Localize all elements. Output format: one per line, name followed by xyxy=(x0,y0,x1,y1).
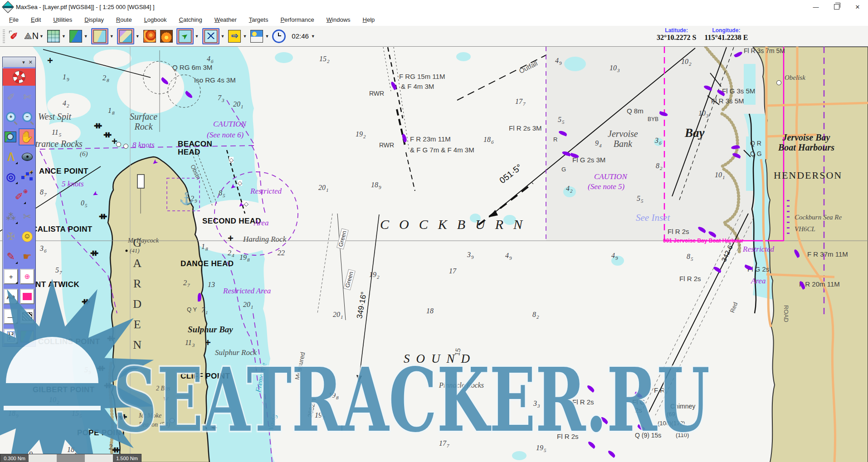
menu-windows[interactable]: Windows xyxy=(327,16,351,23)
menu-display[interactable]: Display xyxy=(84,16,104,23)
text-style-button[interactable]: Aa xyxy=(4,289,18,304)
polygon-tool-icon[interactable]: ⁂ xyxy=(4,209,18,224)
palette-title-bar: ▾ ✕ xyxy=(3,57,35,67)
weather-icon-art xyxy=(250,30,263,43)
route-icon-art xyxy=(205,30,217,43)
menu-targets[interactable]: Targets xyxy=(249,16,268,23)
scale-max-label: 1.500 Nm xyxy=(116,456,138,461)
menu-utilities[interactable]: Utilities xyxy=(53,16,72,23)
menu-file[interactable]: File xyxy=(9,16,19,23)
time-value: 02:46 xyxy=(292,32,309,40)
pen-disabled-icon[interactable]: ✐ xyxy=(4,89,18,105)
eraser-disabled-icon[interactable]: ✄ xyxy=(20,89,34,105)
grid-icon-art xyxy=(47,30,60,43)
menu-performance[interactable]: Performance xyxy=(280,16,314,23)
menu-route[interactable]: Route xyxy=(116,16,132,23)
range-rings-icon[interactable]: ◎ xyxy=(4,169,18,185)
orientation-north-icon-dropdown[interactable]: ▼ xyxy=(39,34,44,39)
minimap-icon[interactable] xyxy=(20,329,34,344)
chart-overview-icon[interactable] xyxy=(3,129,18,145)
orientation-north-icon[interactable]: ⟁N▼ xyxy=(24,29,44,43)
minimize-button[interactable]: — xyxy=(805,0,826,14)
scale-min-label: 0.300 Nm xyxy=(4,456,25,461)
menu-logbook[interactable]: Logbook xyxy=(144,16,167,23)
menu-weather[interactable]: Weather xyxy=(215,16,237,23)
restore-icon xyxy=(834,4,839,10)
vector-chart-icon[interactable]: ▼ xyxy=(69,29,88,43)
close-button[interactable]: ✕ xyxy=(847,0,868,14)
target-button[interactable]: ⊕ xyxy=(20,269,34,284)
zoom-out-icon[interactable]: − xyxy=(20,109,34,125)
latitude-value: 32°10.2272 S xyxy=(657,34,696,42)
smiley-icon[interactable]: ☺ xyxy=(20,229,34,244)
cut-tool-icon[interactable]: ✂ xyxy=(20,209,34,224)
mob-lifebuoy-icon[interactable] xyxy=(3,68,35,86)
window-title: MaxSea - [Layer.ptf [WGS84]] - [ 1:25 00… xyxy=(16,4,155,10)
seabed-icon[interactable] xyxy=(160,29,173,43)
route-icon-dropdown[interactable]: ▼ xyxy=(221,34,225,39)
pencil-tool-icon[interactable]: ✎ xyxy=(4,249,18,264)
page-layout-button[interactable]: 1 23 xyxy=(4,329,18,344)
chart-canvas[interactable]: BEACON HEADSECOND HEADDANCE HEADANCE POI… xyxy=(0,46,868,462)
weather-icon-dropdown[interactable]: ▼ xyxy=(265,34,269,39)
time-display[interactable]: 02:46▼ xyxy=(289,32,315,40)
palette-close-button[interactable]: ✕ xyxy=(29,59,33,65)
contour-icon-art xyxy=(143,30,156,43)
chart-3d-icon[interactable]: ▼ xyxy=(117,28,140,44)
raster-chart-icon[interactable]: ▼ xyxy=(91,28,114,44)
add-mark-icon[interactable]: ✐ xyxy=(12,189,26,204)
select-hand-icon[interactable]: ☛ xyxy=(20,249,34,264)
line-style-button[interactable]: — xyxy=(4,309,18,324)
chart-graphics xyxy=(0,47,868,462)
menu-catching[interactable]: Catching xyxy=(179,16,202,23)
vector-chart-icon-art xyxy=(69,30,82,43)
mob-icon-art xyxy=(228,30,241,43)
track-icon[interactable]: ▼ xyxy=(176,28,199,44)
scale-segment xyxy=(85,454,113,462)
zoom-in-icon[interactable]: + xyxy=(4,109,18,125)
tool-palette: ▾ ✕ ✐✄+−✋Λ◎+✐⁂✂✠☺✎☛＋⊕Aa—1 23 xyxy=(2,57,36,347)
scale-segment xyxy=(29,454,57,462)
divider-tool-icon[interactable]: Λ xyxy=(4,149,18,165)
latitude-label: Latitude: xyxy=(657,27,696,34)
tools-icon[interactable]: ✠ xyxy=(4,229,18,244)
restore-button[interactable] xyxy=(826,0,847,14)
track-icon-dropdown[interactable]: ▼ xyxy=(195,34,199,39)
position-readout: Latitude: 32°10.2272 S Longitude: 115°41… xyxy=(657,27,748,42)
mob-icon[interactable]: ▼ xyxy=(228,29,247,43)
scale-bar: 0.300 Nm 1.500 Nm xyxy=(0,454,141,462)
toolbar-grip[interactable] xyxy=(3,29,5,43)
seabed-icon-art xyxy=(160,30,173,43)
mob-icon-dropdown[interactable]: ▼ xyxy=(243,34,247,39)
raster-chart-icon-dropdown[interactable]: ▼ xyxy=(110,34,114,39)
grid-icon-dropdown[interactable]: ▼ xyxy=(62,34,66,39)
chart-3d-icon-dropdown[interactable]: ▼ xyxy=(136,34,140,39)
maxsea-app-icon xyxy=(2,1,14,13)
grid-icon[interactable]: ▼ xyxy=(47,29,66,43)
color-button[interactable] xyxy=(20,289,34,304)
crosshair-button[interactable]: ＋ xyxy=(4,269,18,284)
menu-bar: FileEditUtilitiesDisplayRouteLogbookCatc… xyxy=(0,14,868,26)
annotation-tool-icon[interactable] xyxy=(8,29,21,43)
longitude-label: Longitude: xyxy=(704,27,748,34)
contour-icon[interactable] xyxy=(143,29,156,43)
pan-hand-icon[interactable]: ✋ xyxy=(19,128,35,146)
scale-segment xyxy=(57,454,85,462)
palette-menu-button[interactable]: ▾ xyxy=(22,59,25,65)
hatch-button[interactable] xyxy=(20,309,34,324)
time-display-dropdown[interactable]: ▼ xyxy=(311,34,315,39)
waypoint-chain-icon[interactable]: + xyxy=(20,169,34,185)
longitude-value: 115°41.2238 E xyxy=(704,34,748,42)
route-icon[interactable]: ▼ xyxy=(202,28,225,44)
compass-tool-icon[interactable] xyxy=(20,149,34,165)
chart-3d-icon-art xyxy=(119,30,132,43)
track-icon-art xyxy=(179,30,191,43)
menu-help[interactable]: Help xyxy=(363,16,375,23)
menu-edit[interactable]: Edit xyxy=(31,16,41,23)
lifebuoy-icon xyxy=(13,71,25,83)
weather-icon[interactable]: ▼ xyxy=(250,29,269,43)
clock-icon[interactable] xyxy=(272,29,286,43)
vector-chart-icon-dropdown[interactable]: ▼ xyxy=(84,34,88,39)
title-bar: MaxSea - [Layer.ptf [WGS84]] - [ 1:25 00… xyxy=(0,0,868,14)
raster-chart-icon-art xyxy=(93,30,106,43)
